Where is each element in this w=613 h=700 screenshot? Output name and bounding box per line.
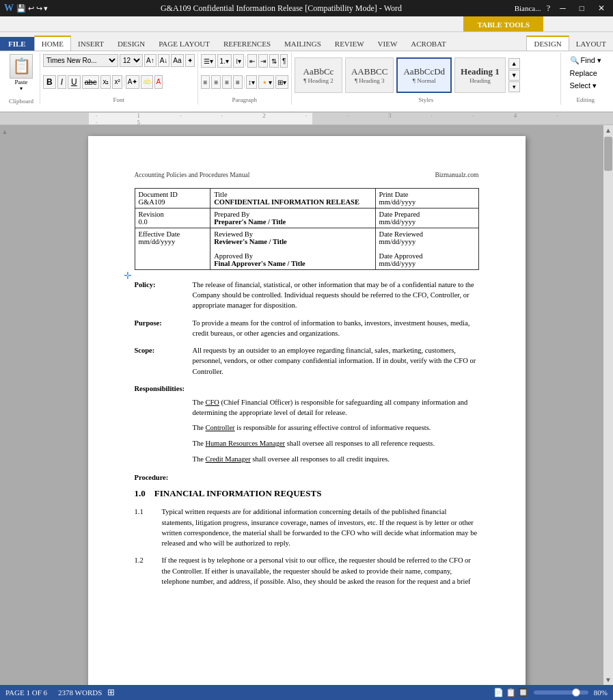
- resp-item-1: The CFO (Chief Financial Officer) is res…: [193, 398, 479, 418]
- change-case-button[interactable]: ✦: [185, 54, 195, 67]
- justify-button[interactable]: ≡: [233, 75, 243, 89]
- tab-review[interactable]: REVIEW: [328, 37, 371, 51]
- sort-button[interactable]: ⇅: [269, 54, 279, 68]
- tab-mailings[interactable]: MAILINGS: [277, 37, 328, 51]
- page-header-right: Bizmanualz.com: [435, 172, 478, 178]
- v-scrollbar[interactable]: ▲ ▼: [603, 125, 613, 685]
- table-cell: Date Reviewed mm/dd/yyyy Date Approved m…: [375, 228, 478, 270]
- resp-item-4: The Credit Manager shall oversee all res…: [193, 455, 479, 465]
- credit-manager-underline: Credit Manager: [205, 455, 250, 463]
- show-marks-button[interactable]: ¶: [280, 54, 288, 68]
- layout-icon[interactable]: ⊞: [107, 687, 115, 698]
- responsibilities-label: Responsibilities:: [135, 385, 185, 392]
- style-heading2[interactable]: AaBbCc ¶ Heading 2: [295, 57, 342, 93]
- text-effects-button[interactable]: A✦: [126, 75, 140, 89]
- replace-button[interactable]: Replace: [565, 67, 606, 79]
- zoom-slider[interactable]: [534, 690, 588, 695]
- page-header: Accounting Policies and Procedures Manua…: [135, 172, 479, 178]
- table-cursor-marker[interactable]: ✛: [124, 270, 132, 282]
- font-family-select[interactable]: Times New Ro...: [43, 54, 118, 67]
- style-heading1[interactable]: Heading 1 Heading: [454, 57, 506, 93]
- font-grow-button[interactable]: A↑: [144, 54, 156, 67]
- strikethrough-button[interactable]: abc: [82, 75, 100, 89]
- highlight-button[interactable]: ab: [141, 75, 152, 89]
- scroll-down-button[interactable]: ▼: [603, 675, 613, 685]
- page-header-left: Accounting Policies and Procedures Manua…: [135, 172, 250, 178]
- table-row: Revision 0.0 Prepared By Preparer's Name…: [135, 208, 478, 228]
- policy-text: The release of financial, statistical, o…: [193, 280, 479, 311]
- tab-table-layout[interactable]: LAYOUT: [569, 37, 613, 51]
- style-heading3[interactable]: AABBCC ¶ Heading 3: [345, 57, 394, 93]
- font-color-button[interactable]: A: [154, 75, 163, 89]
- shading-button[interactable]: 🔸▾: [258, 75, 274, 89]
- table-row: Document ID G&A109 Title CONFIDENTIAL IN…: [135, 189, 478, 208]
- maximize-button[interactable]: □: [575, 3, 588, 14]
- italic-button[interactable]: I: [57, 75, 66, 89]
- decrease-indent-button[interactable]: ⇤: [247, 54, 257, 68]
- font-size-select[interactable]: 12: [120, 54, 143, 67]
- table-cell: Prepared By Preparer's Name / Title: [210, 208, 375, 228]
- table-row: Effective Date mm/dd/yyyy Reviewed By Re…: [135, 228, 478, 270]
- close-button[interactable]: ✕: [594, 3, 609, 14]
- paragraph-group: ☰▾ 1.▾ ⁞▾ ⇤ ⇥ ⇅ ¶ ≡ ≡ ≡ ≡ ↕▾ 🔸▾ ⊞▾ Parag…: [198, 53, 292, 105]
- doc-scroll[interactable]: ✛ Accounting Policies and Procedures Man…: [10, 125, 603, 685]
- line-spacing-button[interactable]: ↕▾: [246, 75, 257, 89]
- tab-insert[interactable]: INSERT: [71, 37, 111, 51]
- title-bar-controls: Bianca... ? ─ □ ✕: [515, 3, 609, 14]
- styles-scroll-up[interactable]: ▲: [508, 58, 520, 69]
- paste-button[interactable]: 📋 Paste ▾: [10, 54, 33, 92]
- tab-file[interactable]: FILE: [0, 37, 34, 51]
- policy-para: Policy: The release of financial, statis…: [135, 280, 479, 311]
- bold-button[interactable]: B: [43, 75, 56, 89]
- superscript-button[interactable]: x²: [112, 75, 122, 89]
- ribbon-tabs: FILE HOME INSERT DESIGN PAGE LAYOUT REFE…: [0, 32, 613, 51]
- tab-design[interactable]: DESIGN: [111, 37, 152, 51]
- align-center-button[interactable]: ≡: [211, 75, 221, 89]
- proc-item-1-1: 1.1 Typical written requests are for add…: [135, 507, 479, 548]
- scroll-thumb[interactable]: [604, 137, 612, 171]
- purpose-label: Purpose:: [135, 318, 193, 338]
- styles-scroll-buttons: ▲ ▼ ▾: [508, 58, 520, 92]
- hr-manager-underline: Human Resources Manager: [205, 440, 285, 447]
- tab-page-layout[interactable]: PAGE LAYOUT: [152, 37, 217, 51]
- responsibilities-section: Responsibilities:: [135, 383, 479, 394]
- tab-table-design[interactable]: DESIGN: [526, 36, 569, 51]
- styles-more[interactable]: ▾: [508, 81, 520, 92]
- table-cell: Reviewed By Reviewer's Name / Title Appr…: [210, 228, 375, 270]
- align-left-button[interactable]: ≡: [201, 75, 210, 89]
- proc-item-1-2: 1.2 If the request is by telephone or a …: [135, 555, 479, 587]
- multilevel-button[interactable]: ⁞▾: [233, 54, 244, 68]
- minimize-button[interactable]: ─: [556, 3, 570, 14]
- scroll-up-button[interactable]: ▲: [603, 125, 613, 135]
- tab-home[interactable]: HOME: [34, 36, 71, 51]
- paste-arrow: ▾: [20, 85, 23, 92]
- proc-num-1-2: 1.2: [135, 555, 162, 587]
- numbering-button[interactable]: 1.▾: [217, 54, 232, 68]
- scope-label: Scope:: [135, 345, 193, 377]
- editing-group-label: Editing: [565, 96, 606, 103]
- underline-button[interactable]: U: [68, 75, 81, 89]
- find-button[interactable]: 🔍 Find ▾: [565, 54, 606, 67]
- proc-text-1-1: Typical written requests are for additio…: [162, 507, 479, 548]
- title-bar: W 💾 ↩ ↪ ▾ G&A109 Confidential Informatio…: [0, 0, 613, 16]
- ruler: · 1 · · 2 · · 3 · · 4 · · 5: [0, 113, 613, 125]
- status-right: 📄 📋 🔲 80%: [493, 688, 608, 698]
- tab-view[interactable]: VIEW: [371, 37, 405, 51]
- borders-button[interactable]: ⊞▾: [275, 75, 288, 89]
- increase-indent-button[interactable]: ⇥: [258, 54, 268, 68]
- select-button[interactable]: Select ▾: [565, 79, 606, 92]
- bullets-button[interactable]: ☰▾: [201, 54, 216, 68]
- subscript-button[interactable]: x₂: [100, 75, 111, 89]
- style-normal[interactable]: AaBbCcDd ¶ Normal: [396, 57, 452, 93]
- help-icon[interactable]: ?: [546, 3, 550, 14]
- scroll-up-icon[interactable]: ▲: [1, 128, 8, 135]
- align-right-button[interactable]: ≡: [222, 75, 232, 89]
- styles-scroll-down[interactable]: ▼: [508, 70, 520, 81]
- view-mode-icons: 📄 📋 🔲: [493, 688, 528, 698]
- context-tab-bar: TABLE TOOLS: [463, 16, 543, 31]
- tab-references[interactable]: REFERENCES: [217, 37, 277, 51]
- tab-acrobat[interactable]: ACROBAT: [404, 37, 452, 51]
- clear-format-button[interactable]: Aa: [171, 54, 183, 67]
- doc-body: Policy: The release of financial, statis…: [135, 280, 479, 587]
- font-shrink-button[interactable]: A↓: [158, 54, 170, 67]
